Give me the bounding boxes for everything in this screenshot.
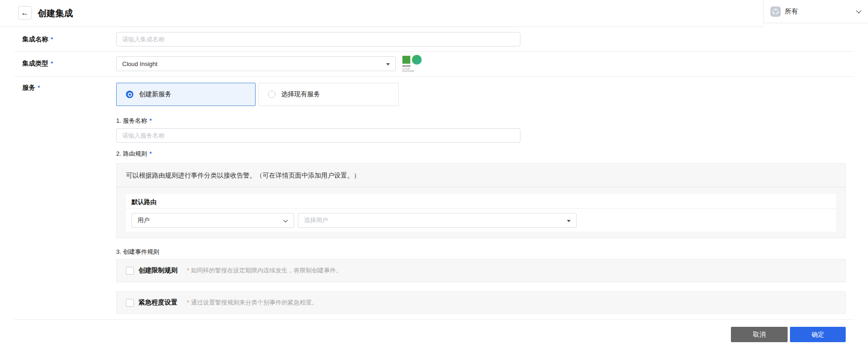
scope-filter-label: 所有 bbox=[785, 7, 798, 16]
required-marker: * bbox=[149, 150, 151, 157]
integration-type-select[interactable]: Cloud Insight bbox=[116, 56, 396, 71]
svg-text:NAVER: NAVER bbox=[402, 65, 411, 67]
service-label: 服务* bbox=[22, 84, 40, 92]
row-divider bbox=[14, 51, 854, 52]
required-marker: * bbox=[38, 84, 40, 91]
chevron-down-icon bbox=[856, 8, 861, 13]
service-name-step-label: 1. 服务名称* bbox=[116, 117, 152, 125]
panel-divider bbox=[117, 187, 845, 187]
routing-rule-panel: 可以根据路由规则进行事件分类以接收告警。（可在详情页面中添加用户设置。） 默认路… bbox=[116, 163, 846, 238]
route-target-type-select[interactable]: 用户 bbox=[132, 213, 294, 228]
service-option-label: 创建新服务 bbox=[139, 90, 171, 99]
required-marker: * bbox=[149, 117, 151, 124]
dropdown-caret-icon bbox=[567, 220, 571, 222]
route-target-type-value: 用户 bbox=[138, 216, 150, 225]
event-rule-step-label: 3. 创建事件规则 bbox=[116, 248, 159, 256]
integration-type-value: Cloud Insight bbox=[122, 60, 158, 67]
confirm-button[interactable]: 确定 bbox=[790, 327, 846, 342]
routing-rule-description: 可以根据路由规则进行事件分类以接收告警。（可在详情页面中添加用户设置。） bbox=[126, 172, 360, 180]
naver-cloud-platform-logo: NAVER CLOUD PLATFORM bbox=[402, 54, 435, 72]
dropdown-caret-icon bbox=[386, 63, 390, 66]
route-user-placeholder: 选择用户 bbox=[304, 216, 328, 225]
cancel-button[interactable]: 取消 bbox=[731, 327, 788, 342]
route-user-select[interactable]: 选择用户 bbox=[298, 213, 577, 228]
default-route-title: 默认路由 bbox=[132, 198, 157, 206]
limit-rule-label: 创建限制规则 bbox=[138, 266, 178, 275]
integration-type-label: 集成类型* bbox=[22, 60, 53, 68]
group-icon bbox=[770, 7, 781, 17]
integration-name-label: 集成名称* bbox=[22, 35, 53, 44]
chevron-down-icon bbox=[283, 218, 288, 223]
row-divider bbox=[14, 319, 854, 320]
service-option-select-existing[interactable]: 选择现有服务 bbox=[258, 83, 399, 106]
default-route-subpanel: 默认路由 用户 选择用户 bbox=[126, 194, 836, 232]
page-title: 创建集成 bbox=[38, 7, 73, 20]
panel-divider bbox=[126, 208, 836, 209]
create-integration-page: ← 创建集成 所有 集成名称* 集成类型* Cloud Insight bbox=[0, 0, 868, 364]
urgency-setting-hint: * 通过设置警报规则来分类个别事件的紧急程度。 bbox=[187, 298, 318, 307]
radio-unselected-icon[interactable] bbox=[268, 91, 276, 98]
required-marker: * bbox=[51, 60, 53, 67]
integration-name-input[interactable] bbox=[116, 32, 520, 46]
limit-rule-checkbox[interactable] bbox=[126, 267, 134, 275]
routing-rule-step-label: 2. 路由规则* bbox=[116, 150, 152, 158]
urgency-setting-label: 紧急程度设置 bbox=[138, 298, 178, 307]
radio-selected-icon[interactable] bbox=[126, 91, 133, 98]
urgency-setting-checkbox[interactable] bbox=[126, 299, 134, 307]
back-button[interactable]: ← bbox=[18, 6, 32, 20]
service-option-create-new[interactable]: 创建新服务 bbox=[116, 83, 256, 106]
scope-filter-dropdown[interactable]: 所有 bbox=[763, 0, 868, 23]
service-option-label: 选择现有服务 bbox=[281, 90, 320, 99]
svg-text:PLATFORM: PLATFORM bbox=[402, 70, 414, 73]
required-marker: * bbox=[51, 36, 53, 43]
limit-rule-hint: * 如同样的警报在设定期限内连续发生，将限制创建事件。 bbox=[187, 266, 342, 275]
header-divider bbox=[0, 26, 763, 27]
limit-rule-panel: 创建限制规则 * 如同样的警报在设定期限内连续发生，将限制创建事件。 bbox=[116, 259, 846, 282]
service-name-input[interactable] bbox=[116, 128, 520, 143]
row-divider bbox=[14, 76, 854, 77]
urgency-setting-panel: 紧急程度设置 * 通过设置警报规则来分类个别事件的紧急程度。 bbox=[116, 291, 846, 314]
